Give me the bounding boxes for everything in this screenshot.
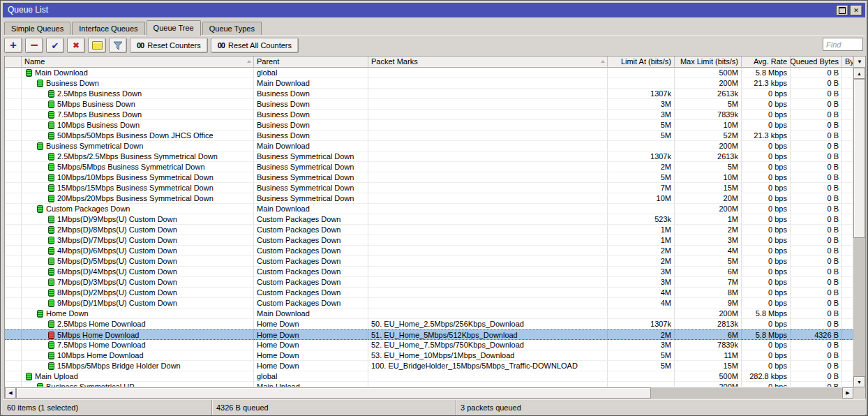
queue-name-cell: 15Mbps/15Mbps Business Symmetrical Down (22, 183, 254, 193)
sort-ascending-icon (601, 60, 605, 63)
table-row[interactable]: Main Uploadglobal500M282.8 kbps0 B (5, 371, 853, 382)
funnel-icon (113, 41, 123, 50)
table-row[interactable]: 2.5Mbps Home DownloadHome Down50. EU_Hom… (5, 319, 853, 329)
queue-icon (48, 184, 54, 192)
queue-table: NameParentPacket MarksLimit At (bits/s)M… (4, 56, 866, 399)
column-header-name[interactable]: Name (22, 57, 254, 68)
scroll-left-button[interactable]: ◀ (5, 387, 16, 399)
vertical-scroll-thumb[interactable] (853, 79, 865, 238)
queue-icon (48, 352, 54, 359)
scroll-down-button[interactable]: ▼ (853, 376, 865, 387)
queue-icon (37, 142, 43, 150)
table-row[interactable]: 7Mbps(D)/3Mbps(U) Custom DownCustom Pack… (5, 277, 853, 288)
queue-icon (48, 362, 54, 370)
filter-button[interactable] (109, 38, 127, 53)
scroll-right-button[interactable]: ▶ (842, 387, 853, 399)
queue-icon (48, 174, 54, 181)
table-row[interactable]: 2Mbps(D)/8Mbps(U) Custom DownCustom Pack… (5, 225, 853, 235)
table-row[interactable]: 7.5Mbps Home DownloadHome Down52. EU_Hom… (5, 340, 853, 350)
status-queued-bytes: 4326 B queued (212, 400, 456, 415)
horizontal-scrollbar[interactable]: ◀ ▶ (5, 387, 853, 399)
queue-icon (37, 310, 43, 318)
status-item-count: 60 items (1 selected) (3, 400, 212, 415)
table-row[interactable]: 10Mbps/10Mbps Business Symmetrical DownB… (5, 172, 853, 183)
enable-button[interactable]: ✔ (46, 38, 64, 53)
table-row[interactable]: 2.5Mbps/2.5Mbps Business Symmetrical Dow… (5, 151, 853, 162)
close-button[interactable]: ✕ (850, 5, 862, 16)
table-row[interactable]: 5Mbps(D)/5Mbps(U) Custom DownCustom Pack… (5, 256, 853, 267)
table-row[interactable]: Custom Packages DownMain Download200M0 b… (5, 204, 853, 214)
queue-name-cell: 1Mbps(D)/9Mbps(U) Custom Down (22, 214, 254, 225)
column-header-queued-bytes[interactable]: Queued Bytes (791, 57, 842, 68)
queue-icon (37, 80, 43, 87)
table-row[interactable]: 5Mbps Business DownBusiness Down3M5M0 bp… (5, 99, 853, 110)
maximize-button[interactable] (836, 5, 848, 16)
column-header-packet-marks[interactable]: Packet Marks (368, 57, 608, 68)
column-header-parent[interactable]: Parent (254, 57, 368, 68)
column-header-bytes[interactable]: By (842, 57, 853, 68)
arrow-right-icon: ▶ (846, 390, 849, 396)
table-row[interactable]: Main Downloadglobal500M5.8 Mbps0 B (5, 68, 853, 78)
queue-name-cell: 10Mbps Home Download (22, 350, 254, 361)
queue-name-cell: 20Mbps/20Mbps Business Symmetrical Down (22, 193, 254, 204)
table-row[interactable]: 20Mbps/20Mbps Business Symmetrical DownB… (5, 193, 853, 204)
column-header-max-limit[interactable]: Max Limit (bits/s) (675, 57, 742, 68)
table-row[interactable]: 3Mbps(D)/7Mbps(U) Custom DownCustom Pack… (5, 235, 853, 246)
queue-icon (48, 226, 54, 234)
window-titlebar[interactable]: Queue List ✕ (3, 3, 865, 17)
column-header-avg-rate[interactable]: Avg. Rate (742, 57, 791, 68)
table-row[interactable]: 50Mbps/50Mbps Business Down JHCS OfficeB… (5, 131, 853, 141)
minus-icon: − (30, 43, 38, 48)
table-row[interactable]: Business DownMain Download200M21.3 kbps0… (5, 78, 853, 89)
table-row[interactable]: 9Mbps(D)/1Mbps(U) Custom DownCustom Pack… (5, 298, 853, 309)
queue-list-window: Queue List ✕ Simple QueuesInterface Queu… (0, 0, 868, 416)
tab-queue-tree[interactable]: Queue Tree (147, 20, 201, 36)
queue-icon (48, 101, 54, 108)
find-input[interactable] (823, 38, 863, 51)
remove-button[interactable]: − (25, 38, 43, 53)
column-selector-button[interactable]: ▼ (853, 57, 865, 68)
queue-name-cell: 5Mbps Home Download (22, 329, 254, 340)
table-row[interactable]: 5Mbps/5Mbps Business Symmetrical DownBus… (5, 162, 853, 172)
table-row[interactable]: 8Mbps(D)/2Mbps(U) Custom DownCustom Pack… (5, 288, 853, 298)
table-row[interactable]: 15Mbps/5Mbps Bridge Holder DownHome Down… (5, 361, 853, 371)
disable-button[interactable]: ✖ (67, 38, 85, 53)
vertical-scrollbar[interactable]: ▲ ▼ (853, 68, 865, 387)
queue-icon (48, 132, 54, 140)
queue-icon (48, 278, 54, 286)
queue-icon (48, 237, 54, 244)
maximize-icon (839, 7, 846, 14)
comment-button[interactable] (88, 38, 106, 53)
column-header-limit-at[interactable]: Limit At (bits/s) (608, 57, 675, 68)
queue-name-cell: 4Mbps(D)/6Mbps(U) Custom Down (22, 246, 254, 256)
scroll-up-button[interactable]: ▲ (853, 68, 865, 79)
checkmark-icon: ✔ (52, 40, 59, 51)
tab-interface-queues[interactable]: Interface Queues (72, 22, 144, 35)
tab-simple-queues[interactable]: Simple Queues (4, 22, 70, 35)
table-row[interactable]: 10Mbps Business DownBusiness Down5M10M0 … (5, 120, 853, 131)
queue-name-cell: 7.5Mbps Business Down (22, 110, 254, 120)
table-row[interactable]: 1Mbps(D)/9Mbps(U) Custom DownCustom Pack… (5, 214, 853, 225)
queue-icon (48, 289, 54, 297)
table-row[interactable]: 7.5Mbps Business DownBusiness Down3M7839… (5, 110, 853, 120)
reset-counters-button[interactable]: 00 Reset Counters (130, 38, 208, 53)
horizontal-scroll-thumb[interactable] (16, 387, 651, 399)
column-header-flags[interactable] (5, 57, 22, 68)
table-row[interactable]: Home DownMain Download200M5.8 Mbps0 B (5, 309, 853, 319)
queue-name-cell: 2.5Mbps Business Down (22, 89, 254, 99)
queue-icon (48, 299, 54, 307)
table-row[interactable]: Business Symmetrical UPMain Upload200M0 … (5, 382, 853, 387)
table-row[interactable]: 2.5Mbps Business DownBusiness Down1307k2… (5, 89, 853, 99)
reset-all-counters-button[interactable]: 00 Reset All Counters (211, 38, 299, 53)
status-bar: 60 items (1 selected) 4326 B queued 3 pa… (3, 399, 865, 415)
tab-queue-types[interactable]: Queue Types (202, 22, 262, 35)
table-row[interactable]: 10Mbps Home DownloadHome Down53. EU_Home… (5, 350, 853, 361)
queue-name-cell: 3Mbps(D)/7Mbps(U) Custom Down (22, 235, 254, 246)
table-row[interactable]: 4Mbps(D)/6Mbps(U) Custom DownCustom Pack… (5, 246, 853, 256)
table-row[interactable]: 6Mbps(D)/4Mbps(U) Custom DownCustom Pack… (5, 267, 853, 277)
queue-name-cell: 15Mbps/5Mbps Bridge Holder Down (22, 361, 254, 371)
table-row[interactable]: 5Mbps Home DownloadHome Down51. EU_Home_… (5, 329, 853, 340)
table-row[interactable]: Business Symmetrical DownMain Download20… (5, 141, 853, 151)
add-button[interactable]: + (4, 38, 22, 53)
table-row[interactable]: 15Mbps/15Mbps Business Symmetrical DownB… (5, 183, 853, 193)
